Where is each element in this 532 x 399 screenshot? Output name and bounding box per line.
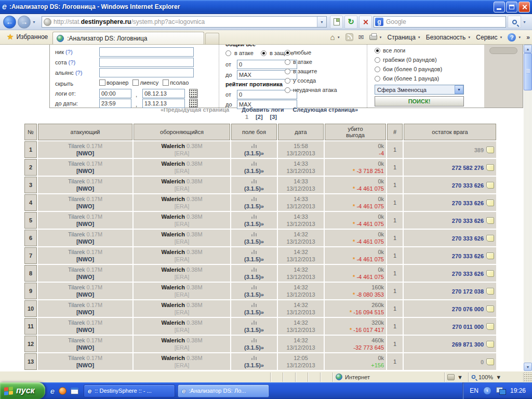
battlefield-link[interactable]: (3.1.5)» <box>244 256 264 262</box>
menu-service[interactable]: Сервис <box>476 34 502 41</box>
defender-name-link[interactable]: Walerich <box>161 161 184 167</box>
compatibility-button[interactable] <box>330 16 343 29</box>
enemy-remainder-link[interactable]: 270 333 626 <box>452 253 484 259</box>
enemy-remainder-link[interactable]: 270 333 626 <box>452 271 484 277</box>
additional-option-radio[interactable] <box>375 48 380 54</box>
quick-launch-media-icon[interactable] <box>59 387 66 395</box>
attacker-clan-link[interactable]: [NWO] <box>76 238 94 245</box>
quick-launch-app-icon[interactable] <box>71 388 78 394</box>
next-page-link[interactable]: Следующая страница» <box>293 107 358 113</box>
battlefield-link[interactable]: (3.1.5)» <box>244 344 264 351</box>
tab-active[interactable]: :Анализатор DS: Логовница <box>52 32 204 44</box>
enemy-remainder-link[interactable]: 270 333 626 <box>452 200 484 206</box>
log-scroll-icon[interactable] <box>486 305 494 312</box>
search-box[interactable]: g Google <box>374 16 506 28</box>
attacker-clan-link[interactable]: [NWO] <box>76 309 94 315</box>
attacker-clan-link[interactable]: [NWO] <box>76 327 94 333</box>
add-logs-link[interactable]: Добавить логи <box>242 107 284 113</box>
vertical-scrollbar[interactable] <box>524 45 532 371</box>
defender-name-link[interactable]: Walerich <box>161 196 184 202</box>
nick-input[interactable] <box>99 47 194 57</box>
additional-option-radio[interactable] <box>375 76 380 82</box>
scroll-up-button[interactable] <box>524 45 532 53</box>
refresh-button[interactable] <box>344 16 357 29</box>
cell-help-link[interactable]: (?) <box>69 59 75 65</box>
attacker-name-link[interactable]: Tilarek <box>68 161 85 167</box>
log-scroll-icon[interactable] <box>486 147 494 153</box>
log-scroll-icon[interactable] <box>486 270 494 277</box>
attacker-clan-link[interactable]: [NWO] <box>76 256 94 262</box>
mail-button[interactable] <box>358 33 364 41</box>
attacker-clan-link[interactable]: [NWO] <box>76 362 94 368</box>
help-button[interactable] <box>508 33 521 42</box>
attacker-clan-link[interactable]: [NWO] <box>76 291 94 298</box>
defender-name-link[interactable]: Walerich <box>161 337 184 343</box>
hide-checkbox[interactable] <box>99 79 105 86</box>
network-icon[interactable] <box>496 387 506 394</box>
history-dropdown[interactable] <box>32 20 38 24</box>
defender-name-link[interactable]: Walerich <box>161 143 184 149</box>
toolbar-overflow-button[interactable] <box>526 34 530 41</box>
log-option-radio[interactable] <box>285 87 290 93</box>
enemy-remainder-link[interactable]: 389 <box>474 147 484 153</box>
enemy-remainder-link[interactable]: 272 582 276 <box>452 165 484 171</box>
additional-option-radio[interactable] <box>375 57 380 63</box>
defender-name-link[interactable]: Walerich <box>161 302 184 308</box>
log-scroll-icon[interactable] <box>486 217 494 224</box>
home-button[interactable] <box>330 33 340 42</box>
log-scroll-icon[interactable] <box>486 200 494 206</box>
attacker-name-link[interactable]: Tilarek <box>68 302 85 308</box>
scroll-thumb[interactable] <box>524 53 532 90</box>
print-button[interactable] <box>369 35 382 40</box>
favorites-button[interactable]: Избранное <box>2 31 52 43</box>
log-scroll-icon[interactable] <box>486 164 494 171</box>
battlefield-link[interactable]: (3.1.5)» <box>244 327 264 333</box>
log-scroll-icon[interactable] <box>486 182 494 189</box>
attacker-clan-link[interactable]: [NWO] <box>76 150 94 156</box>
attacker-name-link[interactable]: Tilarek <box>68 355 85 361</box>
battlefield-link[interactable]: (3.1.5)» <box>244 309 264 315</box>
new-tab-button[interactable] <box>205 33 219 44</box>
page-link[interactable]: [2] <box>256 114 262 120</box>
date-from-input[interactable] <box>142 89 185 98</box>
battlefield-link[interactable]: (3.1.5)» <box>244 362 264 368</box>
battlefield-link[interactable]: (3.1.5)» <box>244 238 264 245</box>
battlefield-link[interactable]: (3.1.5)» <box>244 203 264 209</box>
attacker-clan-link[interactable]: [NWO] <box>76 221 94 227</box>
attacker-name-link[interactable]: Tilarek <box>68 143 85 149</box>
battlefield-link[interactable]: (3.1.5)» <box>244 185 264 192</box>
attacker-name-link[interactable]: Tilarek <box>68 267 85 273</box>
resize-grip[interactable] <box>524 373 532 382</box>
zoom-pane[interactable]: 100% <box>469 373 524 382</box>
battlefield-link[interactable]: (3.1.5)» <box>244 150 264 156</box>
menu-page[interactable]: Страница <box>387 34 420 41</box>
search-options-dropdown[interactable] <box>523 20 529 24</box>
defender-name-link[interactable]: Walerich <box>161 267 184 273</box>
address-dropdown[interactable] <box>317 17 326 27</box>
feeds-button[interactable] <box>345 33 353 41</box>
attacker-name-link[interactable]: Tilarek <box>68 231 85 237</box>
close-button[interactable] <box>518 2 530 12</box>
attacker-name-link[interactable]: Tilarek <box>68 214 85 220</box>
protected-mode-pane[interactable] <box>445 373 469 382</box>
attacker-clan-link[interactable]: [NWO] <box>76 185 94 192</box>
radio-defense[interactable] <box>261 50 267 56</box>
calendar-icon[interactable] <box>189 89 197 98</box>
battlefield-link[interactable]: (3.1.5)» <box>244 168 264 174</box>
search-go-button[interactable] <box>508 16 521 28</box>
attacker-clan-link[interactable]: [NWO] <box>76 203 94 209</box>
enemy-remainder-link[interactable]: 270 333 626 <box>452 235 484 242</box>
search-submit-button[interactable]: ПОИСК! <box>375 96 464 107</box>
nick-help-link[interactable]: (?) <box>65 49 72 55</box>
sphere-select[interactable]: Сфера Змееносца <box>375 85 464 95</box>
log-scroll-icon[interactable] <box>486 288 494 295</box>
defender-name-link[interactable]: Walerich <box>161 214 184 220</box>
defender-name-link[interactable]: Walerich <box>161 178 184 184</box>
enemy-remainder-link[interactable]: 270 333 626 <box>452 218 484 224</box>
log-scroll-icon[interactable] <box>486 323 494 330</box>
minimize-button[interactable] <box>494 2 505 12</box>
additional-option-radio[interactable] <box>375 66 380 72</box>
enemy-remainder-link[interactable]: 270 333 626 <box>452 182 484 189</box>
language-indicator[interactable]: EN <box>470 387 478 394</box>
attacker-name-link[interactable]: Tilarek <box>68 284 85 290</box>
